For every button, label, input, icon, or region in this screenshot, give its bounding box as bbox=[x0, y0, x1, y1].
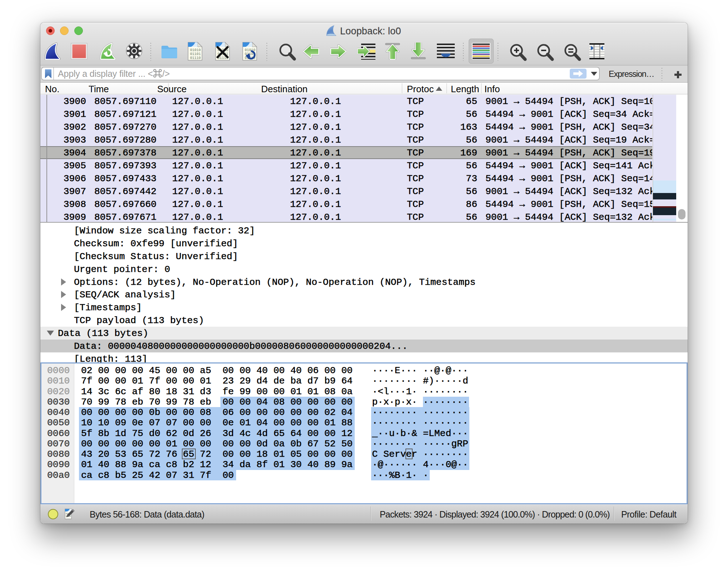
svg-text:01101: 01101 bbox=[190, 52, 201, 56]
svg-text:01110: 01110 bbox=[190, 56, 201, 60]
svg-text:01010: 01010 bbox=[190, 48, 201, 52]
